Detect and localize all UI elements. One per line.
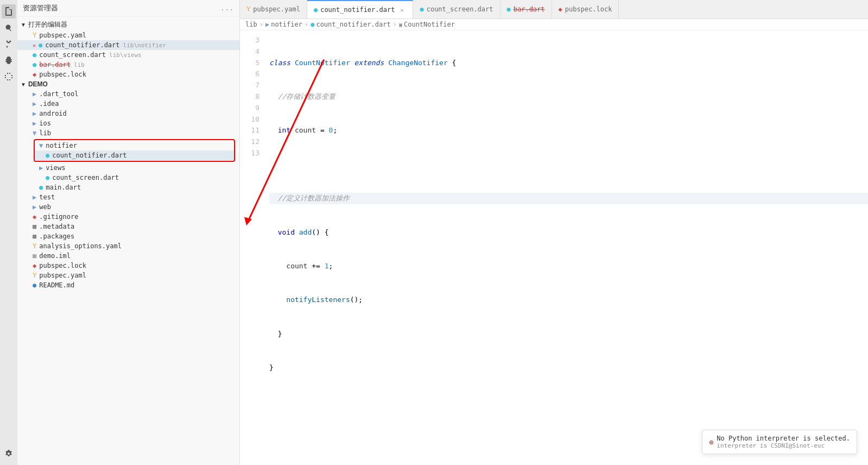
open-editor-item-pubspec-yaml[interactable]: Y pubspec.yaml — [17, 30, 239, 40]
tree-item-android[interactable]: ▶ android — [17, 109, 239, 118]
code-content[interactable]: class CountNotifier extends ChangeNotifi… — [263, 30, 868, 465]
dart-icon-main: ● — [39, 184, 43, 191]
open-editor-item-bar[interactable]: ● bar.dart lib — [17, 60, 239, 70]
tab-pubspec-lock[interactable]: ◆ pubspec.lock — [552, 0, 619, 18]
svg-point-0 — [7, 41, 8, 42]
line-num-6: 6 — [240, 68, 259, 80]
yaml-icon-analysis: Y — [33, 242, 36, 250]
code-line-13 — [269, 397, 868, 408]
left-activity-bar — [0, 0, 17, 465]
tree-label-idea: .idea — [39, 100, 59, 108]
open-editor-item-pubspec-lock[interactable]: ◆ pubspec.lock — [17, 70, 239, 79]
activity-files-icon[interactable] — [2, 4, 16, 18]
open-editor-hint: lib\notifier — [123, 42, 166, 49]
notification-text-block: No Python interpreter is selected. inter… — [717, 435, 850, 449]
tree-item-pubspec-lock[interactable]: ◆ pubspec.lock — [17, 261, 239, 271]
tree-item-dart-tool[interactable]: ▶ .dart_tool — [17, 89, 239, 99]
dart-icon-count-notifier: ● — [46, 152, 49, 159]
tab-bar: Y pubspec.yaml ● count_notifier.dart ✕ ●… — [240, 0, 868, 19]
activity-settings-icon[interactable] — [2, 447, 16, 461]
folder-icon-android: ▶ — [33, 110, 36, 117]
breadcrumb-count-notifier-class[interactable]: CountNotifier — [404, 21, 455, 28]
code-line-7: //定义计数器加法操作 — [269, 193, 868, 204]
folder-icon-ios: ▶ — [33, 120, 36, 127]
code-line-8: void add() { — [269, 227, 868, 238]
tree-item-test[interactable]: ▶ test — [17, 192, 239, 202]
code-line-6 — [269, 159, 868, 171]
tab-count-screen[interactable]: ● count_screen.dart — [413, 0, 500, 18]
tree-item-ios[interactable]: ▶ ios — [17, 118, 239, 128]
python-notification: ⊗ No Python interpreter is selected. int… — [702, 430, 857, 454]
activity-git-icon[interactable] — [2, 37, 16, 51]
open-editor-item-count-screen[interactable]: ● count_screen.dart lib\views — [17, 50, 239, 60]
open-editor-item-count-notifier[interactable]: ✕ ● count_notifier.dart lib\notifier — [17, 40, 239, 50]
tree-item-idea[interactable]: ▶ .idea — [17, 99, 239, 109]
tree-item-web[interactable]: ▶ web — [17, 202, 239, 212]
activity-debug-icon[interactable] — [2, 53, 16, 67]
tree-label-android: android — [39, 110, 67, 117]
tab-dart-icon-bar: ● — [507, 5, 511, 13]
folder-icon-notifier: ▼ — [39, 142, 43, 149]
tree-item-main-dart[interactable]: ● main.dart — [17, 183, 239, 192]
tree-item-notifier[interactable]: ▼ notifier — [35, 141, 234, 150]
tab-label-pubspec-yaml: pubspec.yaml — [253, 5, 300, 13]
breadcrumb-class-icon: ▣ — [399, 22, 402, 28]
open-editors-header[interactable]: ▼ 打开的编辑器 — [17, 19, 239, 30]
demo-section: ▼ DEMO ▶ .dart_tool ▶ .idea ▶ android ▶ … — [17, 79, 239, 290]
tree-item-count-notifier[interactable]: ● count_notifier.dart — [35, 150, 234, 160]
tab-lock-icon: ◆ — [559, 5, 562, 13]
tab-pubspec-yaml[interactable]: Y pubspec.yaml — [240, 0, 307, 18]
tree-item-pubspec-yaml[interactable]: Y pubspec.yaml — [17, 271, 239, 280]
close-x-icon[interactable]: ✕ — [33, 42, 36, 48]
tab-label-pubspec-lock: pubspec.lock — [565, 5, 612, 13]
tab-count-notifier[interactable]: ● count_notifier.dart ✕ — [307, 0, 414, 18]
tree-item-gitignore[interactable]: ◆ .gitignore — [17, 212, 239, 222]
open-editor-label: pubspec.yaml — [39, 32, 86, 39]
breadcrumb-notifier[interactable]: ▶notifier — [265, 21, 302, 28]
tab-dart-icon-screen: ● — [420, 5, 423, 13]
tree-item-count-screen[interactable]: ● count_screen.dart — [17, 173, 239, 183]
line-num-3: 3 — [240, 35, 259, 46]
breadcrumb-count-notifier-file[interactable]: ●count_notifier.dart — [311, 21, 391, 28]
folder-icon-lib: ▼ — [33, 129, 36, 137]
folder-icon-views: ▶ — [39, 164, 43, 172]
sidebar-title: 资源管理器 — [23, 3, 58, 13]
line-num-11: 11 — [240, 125, 259, 136]
tree-label-notifier: notifier — [46, 142, 77, 149]
breadcrumb-lib[interactable]: lib — [245, 21, 257, 28]
tree-item-demo-iml[interactable]: ■ demo.iml — [17, 251, 239, 261]
activity-search-icon[interactable] — [2, 21, 16, 35]
tab-dart-icon: ● — [314, 6, 318, 14]
open-editors-section: ▼ 打开的编辑器 Y pubspec.yaml ✕ ● count_notifi… — [17, 19, 239, 79]
line-num-7: 7 — [240, 80, 259, 91]
breadcrumb-sep2: › — [305, 21, 308, 28]
code-line-11: } — [269, 329, 868, 340]
notification-sub-text: interpreter is CSDNI@Sinot-euc — [717, 442, 850, 449]
tab-bar-dart[interactable]: ● bar.dart — [500, 0, 552, 18]
tab-yaml-icon: Y — [246, 5, 250, 13]
folder-icon-dart-tool: ▶ — [33, 90, 36, 98]
tree-item-lib[interactable]: ▼ lib — [17, 128, 239, 138]
line-num-8: 8 — [240, 91, 259, 103]
tree-item-readme[interactable]: ● README.md — [17, 280, 239, 290]
sidebar-content: ▼ 打开的编辑器 Y pubspec.yaml ✕ ● count_notifi… — [17, 17, 239, 465]
tree-label-lib: lib — [39, 129, 51, 137]
activity-extensions-icon[interactable] — [2, 70, 16, 84]
tree-label-metadata: .metadata — [39, 223, 74, 230]
tree-item-packages[interactable]: ■ .packages — [17, 231, 239, 241]
tree-label-packages: .packages — [39, 232, 74, 240]
tab-close-count-notifier[interactable]: ✕ — [397, 5, 406, 14]
demo-header[interactable]: ▼ DEMO — [17, 79, 239, 89]
sidebar-dots[interactable]: ... — [220, 4, 234, 12]
line-numbers: 3 4 5 6 7 8 9 10 11 12 13 — [240, 30, 263, 465]
code-editor[interactable]: 3 4 5 6 7 8 9 10 11 12 13 class CountNot… — [240, 30, 868, 465]
tree-label-count-screen: count_screen.dart — [52, 174, 119, 181]
tree-item-metadata[interactable]: ■ .metadata — [17, 222, 239, 231]
code-line-4: //存储计数器变量 — [269, 91, 868, 103]
svg-point-2 — [7, 46, 8, 48]
tree-item-analysis[interactable]: Y analysis_options.yaml — [17, 241, 239, 251]
code-line-3: class CountNotifier extends ChangeNotifi… — [269, 58, 868, 69]
tree-label-pubspec-yaml: pubspec.yaml — [39, 272, 86, 279]
code-line-9: count += 1; — [269, 261, 868, 272]
tree-item-views[interactable]: ▶ views — [17, 163, 239, 173]
